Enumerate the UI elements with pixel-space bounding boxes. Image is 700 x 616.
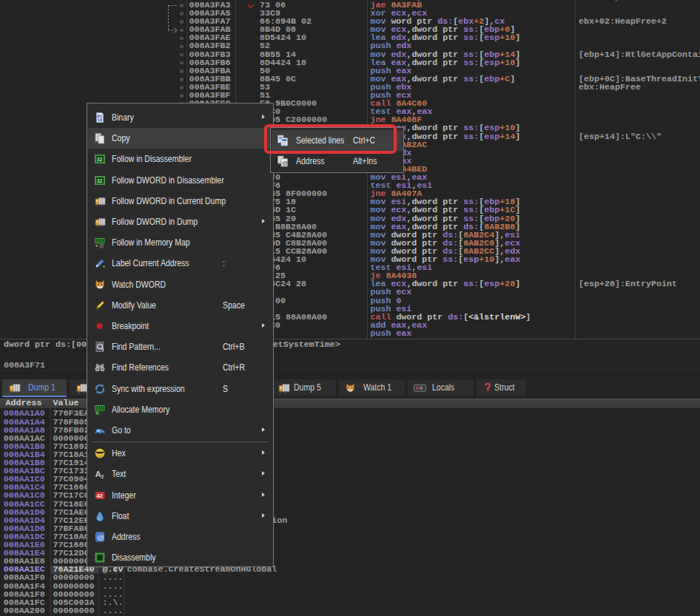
svg-text:@: @: [97, 534, 104, 541]
svg-text:2: 2: [101, 474, 104, 479]
svg-text:@: @: [99, 243, 104, 248]
svg-text:10: 10: [97, 118, 102, 123]
svg-text:@: @: [282, 160, 288, 166]
svg-text:32: 32: [97, 178, 103, 183]
svg-text:32: 32: [97, 157, 103, 162]
svg-text:=: =: [420, 385, 423, 391]
svg-text:x: x: [416, 385, 419, 391]
svg-text:42: 42: [97, 493, 103, 498]
